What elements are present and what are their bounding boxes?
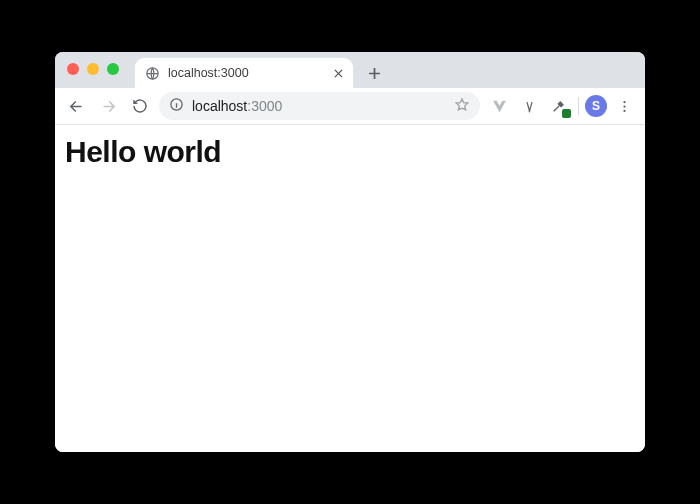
svg-point-4	[623, 105, 625, 107]
vue-devtools-icon[interactable]	[486, 93, 512, 119]
extensions-group: S	[486, 93, 637, 119]
address-bar[interactable]: localhost:3000	[159, 92, 480, 120]
extension-eyedropper-icon[interactable]	[546, 93, 572, 119]
page-heading: Hello world	[65, 135, 635, 169]
minimize-window-button[interactable]	[87, 63, 99, 75]
close-tab-button[interactable]	[331, 66, 345, 80]
page-content: Hello world	[55, 125, 645, 452]
browser-tab[interactable]: localhost:3000	[135, 58, 353, 88]
back-button[interactable]	[63, 93, 89, 119]
toolbar: localhost:3000	[55, 88, 645, 125]
toolbar-divider	[578, 97, 579, 115]
extension-info-icon[interactable]	[516, 93, 542, 119]
reload-button[interactable]	[127, 93, 153, 119]
url-host: localhost	[192, 98, 247, 114]
browser-window: localhost:3000	[55, 52, 645, 452]
bookmark-star-icon[interactable]	[454, 97, 470, 116]
site-info-icon[interactable]	[169, 97, 184, 115]
url-text: localhost:3000	[192, 98, 446, 114]
globe-icon	[145, 66, 160, 81]
profile-initial: S	[592, 99, 600, 113]
svg-point-5	[623, 109, 625, 111]
window-controls	[67, 63, 119, 75]
tab-title: localhost:3000	[168, 66, 323, 80]
svg-point-2	[528, 110, 530, 112]
new-tab-button[interactable]	[361, 60, 387, 86]
svg-point-3	[623, 101, 625, 103]
extension-badge	[562, 109, 571, 118]
close-window-button[interactable]	[67, 63, 79, 75]
maximize-window-button[interactable]	[107, 63, 119, 75]
tab-strip: localhost:3000	[55, 52, 645, 88]
url-port: :3000	[247, 98, 282, 114]
forward-button[interactable]	[95, 93, 121, 119]
profile-avatar[interactable]: S	[585, 95, 607, 117]
browser-menu-button[interactable]	[611, 93, 637, 119]
